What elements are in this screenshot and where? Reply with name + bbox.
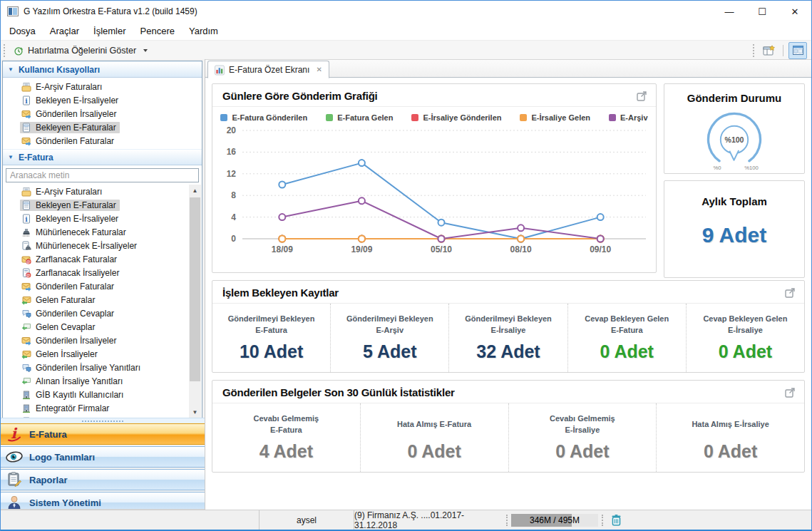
scroll-down-icon[interactable]: ▼: [189, 406, 201, 418]
expand-icon[interactable]: [636, 91, 647, 102]
garbage-collect-button[interactable]: [608, 512, 624, 528]
dashboard: Günlere Göre Gönderim Grafiği E-Fatura G…: [205, 78, 811, 510]
nav-button-label: Raporlar: [29, 475, 67, 485]
legend-swatch: [609, 114, 616, 121]
legend-item[interactable]: E-Fatura Gelen: [326, 113, 393, 122]
scrollbar[interactable]: ▲ ▼: [189, 185, 201, 418]
legend-item[interactable]: E-İrsaliye Gönderilen: [411, 113, 501, 122]
sidebar-item[interactable]: Gönderilen İrsaliye Yanıtları: [3, 361, 202, 374]
sidebar-item[interactable]: iBekleyen E-İrsaliyeler: [3, 93, 202, 107]
panel-sent30: Gönderilen Belgeler Son 30 Günlük İstati…: [212, 380, 805, 473]
toolbar-grip[interactable]: [4, 44, 5, 57]
scroll-thumb[interactable]: [190, 197, 200, 381]
stat-label: Gönderilmeyi Bekleyen E-İrsaliye: [465, 314, 552, 336]
sidebar-item[interactable]: Mühürlenecek E-İrsaliyeler: [3, 239, 202, 252]
sidebar-item-label: E-Arşiv Faturaları: [36, 187, 102, 197]
expand-icon[interactable]: [784, 387, 796, 398]
sidebar-item-label: Bekleyen E-İrsaliyeler: [36, 96, 118, 105]
sidebar-item[interactable]: @Zarflanacak İrsaliyeler: [3, 266, 202, 279]
sidebar-item[interactable]: Gönderilen Faturalar: [3, 134, 202, 148]
window-title: G Yazılım Orkestra E-Fatura v1.2 (build …: [24, 6, 197, 16]
sidebar-item[interactable]: Entegratör Firmalar: [3, 401, 202, 415]
sidebar-item-label: Entegratör Firmalar: [36, 403, 109, 413]
stat-value: 10 Adet: [240, 341, 303, 362]
menu-item[interactable]: Araçlar: [43, 26, 86, 36]
sidebar-item[interactable]: GİB Kayıtlı Kullanıcıları: [3, 388, 202, 401]
sidebar-item-label: Gönderilen Faturalar: [36, 136, 114, 146]
sidebar-item[interactable]: Gönderilen Cevaplar: [3, 306, 202, 320]
sidebar-item[interactable]: Bekleyen E-Faturalar: [3, 120, 202, 134]
tab-efatura-ozet[interactable]: E-Fatura Özet Ekranı ✕: [207, 61, 329, 78]
gauge-chart: %100%0%100: [684, 104, 784, 172]
sidebar-item-label: GİB Kayıtlı Kullanıcıları: [36, 390, 123, 400]
sidebar-item[interactable]: Gelen İrsaliyeler: [3, 347, 202, 361]
sidebar-item-label: Zarflanacak Faturalar: [36, 254, 117, 264]
maximize-button[interactable]: ☐: [746, 1, 778, 22]
nav-button-raporlar[interactable]: Raporlar: [1, 469, 205, 490]
chart-tab-icon: [215, 65, 225, 75]
stat-card: Gönderilmeyi Bekleyen E-Fatura10 Adet: [212, 304, 330, 372]
splitter-grip: [82, 421, 123, 422]
legend-swatch: [411, 114, 418, 121]
sidebar-item[interactable]: Gönderilen İrsaliyeler: [3, 107, 202, 120]
envelope-send-icon: [21, 136, 31, 146]
menu-item[interactable]: Yardım: [182, 26, 225, 36]
sent30-panel-header: Gönderilen Belgeler Son 30 Günlük İstati…: [212, 381, 804, 403]
perspective-tab-icon[interactable]: [788, 42, 807, 59]
gauge-title: Gönderim Durumu: [664, 92, 804, 104]
shortcuts-header[interactable]: ▼ Kullanıcı Kısayolları: [3, 61, 202, 78]
sidebar-item[interactable]: E-Arşiv Faturaları: [3, 80, 202, 93]
building-icon: [21, 403, 31, 413]
stat-label: Cevap Bekleyen Gelen E-İrsaliye: [703, 314, 787, 336]
menu-item[interactable]: Pencere: [133, 26, 182, 36]
sidebar-item[interactable]: Gönderilen İrsaliyeler: [3, 334, 202, 347]
sidebar-item[interactable]: Mühürlenecek Faturalar: [3, 225, 202, 239]
panel-monthly: Aylık Toplam 9 Adet: [664, 180, 805, 278]
reminder-toggle-button[interactable]: Hatırlatma Öğelerini Göster: [9, 44, 153, 57]
sidebar-item[interactable]: iBekleyen E-İrsaliyeler: [3, 212, 202, 225]
legend-label: E-İrsaliye Gelen: [531, 113, 590, 122]
stat-label: Hata Almış E-İrsaliye: [692, 413, 769, 436]
stat-card: Cevabı Gelmemiş E-İrsaliye0 Adet: [508, 403, 657, 472]
menu-item[interactable]: Dosya: [2, 26, 43, 36]
main-area: ▼ Kullanıcı Kısayolları E-Arşiv Faturala…: [1, 59, 811, 510]
reminder-label: Hatırlatma Öğelerini Göster: [28, 46, 136, 56]
open-perspective-icon[interactable]: [761, 43, 778, 58]
expand-icon[interactable]: [784, 287, 796, 299]
chart-legend: E-Fatura GönderilenE-Fatura GelenE-İrsal…: [212, 113, 656, 122]
toolbar-grip[interactable]: [753, 44, 754, 57]
stamp-icon: [21, 227, 31, 237]
nav-button-logo-tan-mlar-[interactable]: Logo Tanımları: [1, 446, 205, 468]
search-input[interactable]: [6, 168, 199, 182]
efatura-header[interactable]: ▼ E-Fatura: [3, 149, 202, 165]
sent30-panel-title: Gönderilen Belgeler Son 30 Günlük İstati…: [222, 386, 455, 398]
collapse-triangle-icon: ▼: [8, 154, 14, 160]
legend-item[interactable]: E-Arşiv: [609, 113, 648, 122]
scroll-up-icon[interactable]: ▲: [189, 185, 201, 197]
doc-at-icon: @: [21, 268, 31, 278]
sidebar-item[interactable]: Gönderilen Faturalar: [3, 279, 202, 293]
chat-send-icon: [21, 309, 31, 319]
stat-card: Gönderilmeyi Bekleyen E-İrsaliye32 Adet: [448, 304, 567, 372]
pending-stats: Gönderilmeyi Bekleyen E-Fatura10 AdetGön…: [212, 304, 804, 372]
legend-item[interactable]: E-Fatura Gönderilen: [220, 113, 307, 122]
sidebar-item[interactable]: Bekleyen E-Faturalar: [3, 198, 202, 212]
clock-icon: [14, 46, 24, 56]
sidebar-item[interactable]: @Zarflanacak Faturalar: [3, 252, 202, 266]
close-button[interactable]: ✕: [778, 1, 811, 22]
nav-button-e-fatura[interactable]: iE-Fatura: [1, 423, 205, 445]
sidebar-item[interactable]: E-Arşiv Faturaları: [3, 185, 202, 198]
minimize-button[interactable]: —: [713, 1, 746, 22]
monthly-value: 9 Adet: [664, 223, 804, 247]
memory-indicator[interactable]: 346M / 495M: [511, 514, 598, 527]
sidebar-item[interactable]: Gelen Faturalar: [3, 293, 202, 306]
stamp-doc-icon: [21, 241, 31, 251]
eye-icon: [5, 448, 24, 465]
toolbar-divider: [783, 45, 783, 56]
tab-close-icon[interactable]: ✕: [316, 66, 322, 73]
sidebar-item-label: Gönderilen Cevaplar: [36, 309, 114, 319]
sidebar-item[interactable]: Alınan İrsaliye Yanıtları: [3, 374, 202, 388]
legend-item[interactable]: E-İrsaliye Gelen: [520, 113, 590, 122]
sidebar-item[interactable]: Gelen Cevaplar: [3, 320, 202, 334]
menu-item[interactable]: İşlemler: [86, 26, 133, 36]
